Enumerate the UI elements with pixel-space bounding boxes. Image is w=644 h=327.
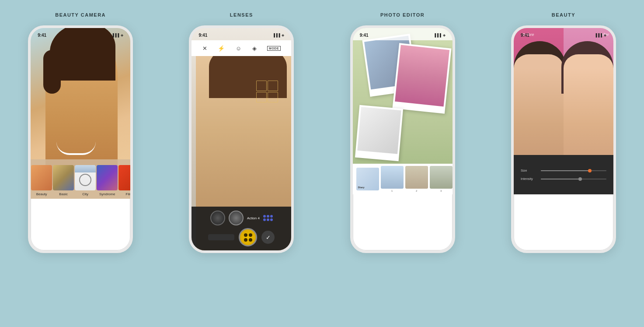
lenses-grid-overlay xyxy=(256,81,278,102)
status-bar-beauty: 9:41 ▐▐▐ ◈ xyxy=(31,28,130,40)
close-icon[interactable]: ✕ xyxy=(202,45,207,52)
grid-cell-4 xyxy=(268,92,278,102)
size-slider-fill xyxy=(541,170,590,171)
phone-frame-beauty2: 9:41 ▐▐▐ ◈ Before After xyxy=(511,25,616,253)
phone-frame-beauty: 9:41 ▐▐▐ ◈ Beauty xyxy=(28,25,133,253)
flash-icon[interactable]: ⚡ xyxy=(218,45,225,52)
film-item-1[interactable]: 1 xyxy=(381,166,404,192)
ferris-wheel-icon xyxy=(79,174,91,186)
panel-title-beauty2: BEAUTY xyxy=(552,12,575,18)
filter-label-city: City xyxy=(82,192,88,196)
size-control-row: Size xyxy=(521,169,606,172)
panel-photo-editor: PHOTO EDITOR 9:41 ▐▐▐ ◈ xyxy=(322,0,483,327)
film-thumb-1 xyxy=(381,166,404,189)
editor-filmstrip: Diary 1 2 3 xyxy=(353,164,453,194)
panel-title-beauty-camera: BEAUTY CAMERA xyxy=(55,12,106,18)
face-hair-side xyxy=(43,50,61,94)
panel-title-lenses: LENSES xyxy=(230,12,253,18)
film-thumb-2 xyxy=(405,166,428,189)
beauty-split-view: Before After Size xyxy=(514,28,613,194)
status-bar-beauty2: 9:41 ▐▐▐ ◈ xyxy=(514,28,613,40)
grid-cell-3 xyxy=(256,92,267,102)
size-slider[interactable] xyxy=(541,170,606,171)
signal-icon-lenses: ▐▐▐ xyxy=(272,33,280,37)
size-slider-thumb xyxy=(588,169,592,172)
lens-dot-4 xyxy=(263,218,266,221)
lens-shutter-button[interactable] xyxy=(239,228,257,246)
status-icons-editor: ▐▐▐ ◈ xyxy=(434,33,446,37)
drop-icon[interactable]: ◈ xyxy=(252,45,257,52)
signal-icon-beauty2: ▐▐▐ xyxy=(595,33,602,37)
card-img-3 xyxy=(357,107,401,154)
panel-lenses: LENSES 9:41 ▐▐▐ ◈ ✕ ⚡ ☺ ◈ MODE xyxy=(161,0,322,327)
lens-dot-3 xyxy=(270,215,273,218)
cam-dot-2 xyxy=(249,233,252,237)
status-time-beauty: 9:41 xyxy=(38,33,46,38)
filter-item-city[interactable]: City xyxy=(74,165,96,196)
filter-thumb-city xyxy=(75,165,96,190)
film-item-diary[interactable]: Diary xyxy=(356,168,379,190)
film-number-2: 2 xyxy=(416,190,417,192)
status-bar-editor: 9:41 ▐▐▐ ◈ xyxy=(353,28,453,40)
film-thumb-diary: Diary xyxy=(356,168,379,190)
filter-label-basic: Basic xyxy=(59,192,68,196)
card-img-2 xyxy=(395,45,449,107)
lens-options-row: Action 4 xyxy=(196,211,287,225)
photo-card-2 xyxy=(392,43,451,114)
filter-thumb-film xyxy=(118,165,130,190)
film-diary-label: Diary xyxy=(358,186,365,189)
lenses-photo: Action 4 xyxy=(191,28,291,250)
cam-dot-3 xyxy=(244,238,247,242)
lens-action-label: Action 4 xyxy=(247,216,260,220)
filter-thumb-basic xyxy=(53,165,74,190)
lens-dots xyxy=(263,215,273,221)
lens-cam-dots xyxy=(244,233,252,242)
filter-label-syndrome: Syndrome xyxy=(99,192,115,196)
status-icons-beauty: ▐▐▐ ◈ xyxy=(111,33,123,37)
lens-small-bar xyxy=(208,234,234,240)
intensity-control-row: Intensity xyxy=(521,177,606,181)
photo-card-3 xyxy=(355,105,403,161)
filter-label-film: Film xyxy=(126,192,131,196)
beauty-controls: Size Intensity xyxy=(514,155,613,194)
filter-item-basic[interactable]: Basic xyxy=(52,165,74,196)
panel-beauty-camera: BEAUTY CAMERA 9:41 ▐▐▐ ◈ xyxy=(0,0,161,327)
lens-option-2[interactable] xyxy=(229,211,244,225)
lens-dot-1 xyxy=(263,215,266,218)
phone-frame-lenses: 9:41 ▐▐▐ ◈ ✕ ⚡ ☺ ◈ MODE xyxy=(189,25,294,253)
lens-confirm-button[interactable]: ✓ xyxy=(261,231,275,244)
wifi-icon-lenses: ◈ xyxy=(282,33,284,37)
status-time-beauty2: 9:41 xyxy=(521,33,529,38)
app-container: BEAUTY CAMERA 9:41 ▐▐▐ ◈ xyxy=(0,0,644,327)
beauty-camera-photo: Beauty Basic City xyxy=(31,28,130,199)
filmstrip-top: Diary 1 2 3 xyxy=(353,164,453,194)
cam-dot-4 xyxy=(249,238,252,242)
intensity-label: Intensity xyxy=(521,177,537,181)
filter-thumb-beauty xyxy=(31,165,52,190)
film-item-3[interactable]: 3 xyxy=(430,166,453,192)
status-icons-beauty2: ▐▐▐ ◈ xyxy=(595,33,606,37)
filter-label-beauty: Beauty xyxy=(36,192,47,196)
status-time-lenses: 9:41 xyxy=(198,33,207,38)
panel-beauty: BEAUTY 9:41 ▐▐▐ ◈ Before After xyxy=(483,0,644,327)
beauty-filter-strip: Beauty Basic City xyxy=(31,159,130,199)
filter-item-film[interactable]: Film xyxy=(118,165,130,196)
face-icon[interactable]: ☺ xyxy=(236,45,241,52)
wifi-icon: ◈ xyxy=(121,33,123,37)
status-time-editor: 9:41 xyxy=(360,33,369,38)
status-bar-lenses: 9:41 ▐▐▐ ◈ xyxy=(191,28,291,40)
status-icons-lenses: ▐▐▐ ◈ xyxy=(272,33,284,37)
filter-item-beauty[interactable]: Beauty xyxy=(31,165,52,196)
film-number-1: 1 xyxy=(391,190,393,192)
lenses-bottom-bar: Action 4 xyxy=(191,207,291,250)
lens-option-1[interactable] xyxy=(210,211,225,225)
grid-cell-1 xyxy=(256,81,267,91)
filter-item-syndrome[interactable]: Syndrome xyxy=(96,165,118,196)
signal-icon-editor: ▐▐▐ xyxy=(434,33,441,37)
film-item-2[interactable]: 2 xyxy=(405,166,428,192)
signal-icon: ▐▐▐ xyxy=(111,33,119,37)
lens-dot-5 xyxy=(267,218,269,221)
mode-badge[interactable]: MODE xyxy=(267,46,281,51)
filter-thumb-syndrome xyxy=(97,165,118,190)
intensity-slider[interactable] xyxy=(541,179,606,179)
